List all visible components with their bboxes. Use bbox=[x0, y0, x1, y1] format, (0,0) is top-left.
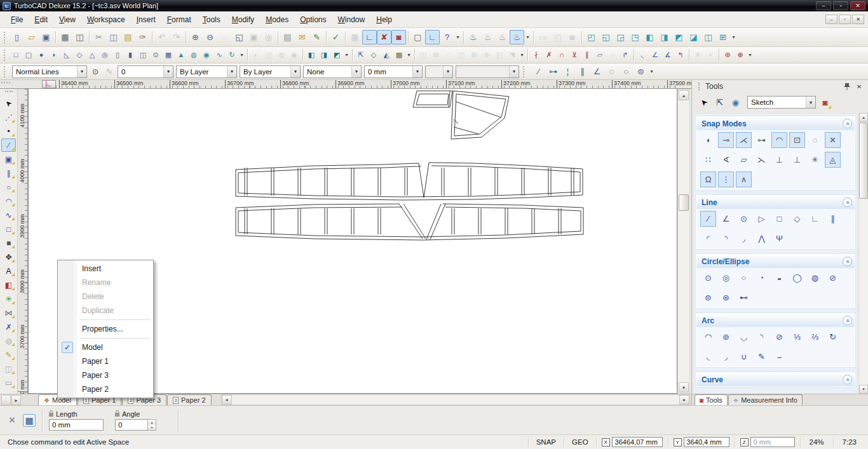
overflow-chevron[interactable]: ▾ bbox=[454, 30, 461, 44]
arc-double-point2-button[interactable]: ∪ bbox=[736, 349, 752, 365]
snap-toggle[interactable]: SNAP bbox=[534, 438, 559, 446]
line-tangent-to-arc-button[interactable]: ◜ bbox=[700, 231, 716, 246]
mesh-tool-button[interactable]: ▦ bbox=[162, 49, 175, 62]
vase-tool-button[interactable]: ▮ bbox=[124, 49, 137, 62]
print-preview-button[interactable]: ◫ bbox=[72, 30, 87, 44]
assemble-insert-button[interactable]: ⊕ bbox=[734, 49, 747, 62]
split-button[interactable]: ⊻ bbox=[568, 49, 581, 62]
tab-paper-2[interactable]: 3Paper 2 bbox=[167, 394, 212, 405]
view-front-button[interactable]: ◰ bbox=[584, 30, 599, 44]
copy-array-button[interactable]: ⊞ bbox=[430, 49, 442, 62]
circle-tangent-to-line-button[interactable]: ◒ bbox=[771, 270, 787, 286]
assemble-part-button[interactable]: ⊛ bbox=[721, 49, 734, 62]
redo-button[interactable]: ↷ bbox=[169, 30, 184, 44]
copy-radial-button[interactable]: ∴ bbox=[442, 49, 455, 62]
arc-double-point-button[interactable]: ◝ bbox=[754, 329, 770, 345]
rotated-ellipse-button[interactable]: ⊛ bbox=[718, 290, 734, 305]
overflow-chevron[interactable]: ▾ bbox=[405, 49, 412, 62]
maximize-button[interactable] bbox=[833, 1, 848, 10]
angle-stepper[interactable]: ▲▼ bbox=[147, 419, 156, 431]
collapse-chevron-icon[interactable] bbox=[843, 119, 852, 128]
boolean-add-button[interactable]: ◧ bbox=[305, 49, 318, 62]
view-iso-sw-button[interactable]: ⊞ bbox=[715, 30, 730, 44]
circle-center-point-button[interactable]: ⊙ bbox=[700, 270, 716, 286]
render-wireframe-button[interactable]: ♨ bbox=[466, 30, 480, 44]
construction-ellipse-button[interactable]: ⊜ bbox=[634, 64, 648, 79]
shrink-button[interactable]: ↱ bbox=[619, 49, 632, 62]
menu-insert[interactable]: Insert bbox=[59, 262, 152, 276]
cylinder-tool-button[interactable]: ▯ bbox=[111, 49, 124, 62]
chamfer-button[interactable]: ∠ bbox=[649, 49, 661, 62]
no-snap-button[interactable]: ◖ bbox=[700, 132, 716, 148]
view-top-button[interactable]: ◧ bbox=[642, 30, 657, 44]
facet-tool-4[interactable]: ◉ bbox=[288, 49, 301, 62]
menu-item[interactable]: Modify bbox=[226, 13, 260, 27]
toolbar-grip[interactable] bbox=[4, 50, 7, 61]
angular-trace-button[interactable]: ∧ bbox=[736, 171, 752, 187]
angle-input[interactable] bbox=[115, 419, 148, 431]
snap-perpendicular-to-button[interactable]: ⊥ bbox=[789, 152, 805, 168]
line-branch-button[interactable]: Ψ bbox=[771, 231, 787, 246]
chevron-down-icon[interactable] bbox=[412, 66, 422, 77]
mdi-restore-button[interactable]: ▫ bbox=[839, 15, 851, 24]
new-file-button[interactable]: ▯ bbox=[10, 30, 24, 44]
meet-two-lines-button[interactable]: ✗ bbox=[543, 49, 555, 62]
circle-double-point-button[interactable]: ○ bbox=[736, 270, 752, 286]
t-meet-button[interactable]: ∩ bbox=[555, 49, 568, 62]
offset-button[interactable]: ↰ bbox=[674, 49, 687, 62]
chevron-down-icon[interactable] bbox=[806, 97, 815, 108]
menu-item[interactable]: Edit bbox=[29, 13, 53, 27]
overflow-chevron[interactable]: ▾ bbox=[747, 49, 754, 62]
copy-mirror-button[interactable]: ◫ bbox=[455, 49, 468, 62]
arc-start-end-button[interactable]: ◡ bbox=[736, 329, 752, 345]
line-pattern-combo[interactable]: By Layer bbox=[240, 65, 301, 78]
copy-fit-button[interactable]: ⊞ bbox=[468, 49, 480, 62]
render-draft-button[interactable]: ♨ bbox=[495, 30, 510, 44]
line-width-combo[interactable]: 0 mm bbox=[364, 65, 423, 78]
collapse-chevron-icon[interactable] bbox=[843, 257, 852, 266]
construction-line-button[interactable]: ∕ bbox=[531, 64, 546, 79]
menu-item[interactable]: Help bbox=[370, 13, 398, 27]
line-center-point-button[interactable]: ⊙ bbox=[736, 211, 752, 227]
spelling-button[interactable]: ✓ bbox=[329, 30, 343, 44]
menu-paper-2[interactable]: Paper 2 bbox=[59, 382, 152, 396]
snap-apparent-intersection-button[interactable]: ◬ bbox=[825, 152, 841, 168]
scroll-left-icon[interactable]: ◂ bbox=[222, 395, 232, 405]
facet-tool-2[interactable]: ◫ bbox=[262, 49, 275, 62]
menu-item[interactable]: Insert bbox=[131, 13, 161, 27]
sphere-tool-button[interactable]: ● bbox=[35, 49, 48, 62]
help-book-button[interactable]: ? bbox=[440, 30, 454, 44]
scroll-down-icon[interactable]: ▾ bbox=[679, 382, 689, 392]
close-button[interactable] bbox=[850, 1, 865, 10]
length-input[interactable] bbox=[49, 419, 104, 431]
attach-tool[interactable]: ⋈ bbox=[1, 306, 16, 319]
ruler-origin-button[interactable]: ∟ bbox=[42, 80, 56, 88]
pin-icon[interactable] bbox=[842, 82, 852, 91]
circle-tool-grayed[interactable]: ○ bbox=[606, 49, 619, 62]
collapse-chevron-icon[interactable] bbox=[843, 375, 852, 384]
vertical-trace-button[interactable]: ⋮ bbox=[718, 171, 734, 187]
menu-duplicate[interactable]: Duplicate bbox=[59, 304, 152, 318]
rp-fill-tool[interactable]: ◙ bbox=[818, 96, 832, 109]
layer-visibility-icon[interactable]: ⊙ bbox=[90, 66, 101, 77]
ucs-button[interactable]: ∟ bbox=[425, 30, 440, 44]
construction-circle-button[interactable]: ◌ bbox=[604, 64, 619, 79]
view-iso-nw-button[interactable]: ◪ bbox=[686, 30, 701, 44]
overflow-chevron[interactable]: ▾ bbox=[238, 49, 245, 62]
marker-tool[interactable]: ✎ bbox=[1, 348, 16, 361]
lock-icon[interactable] bbox=[49, 413, 53, 417]
copy-button[interactable]: ◫ bbox=[106, 30, 121, 44]
toolbar-grip[interactable] bbox=[523, 66, 526, 77]
sketch-mode-combo[interactable]: Sketch bbox=[747, 96, 816, 109]
scroll-down-icon[interactable]: ▾ bbox=[859, 385, 868, 394]
luminance-button[interactable]: ◙ bbox=[565, 30, 580, 44]
rounded-box-tool-button[interactable]: ▢ bbox=[22, 49, 35, 62]
layer-edit-icon[interactable]: ✎ bbox=[104, 66, 115, 77]
minimize-button[interactable] bbox=[816, 1, 831, 10]
snap-vertex-button[interactable]: ⊸ bbox=[718, 132, 734, 148]
arc-tangent-from-arc-button[interactable]: ◟ bbox=[700, 349, 716, 365]
line-polygon-button[interactable]: ▷ bbox=[754, 211, 770, 227]
menu-paper-1[interactable]: Paper 1 bbox=[59, 354, 152, 368]
save-button[interactable]: ▣ bbox=[39, 30, 53, 44]
rp-world-tool[interactable]: ◉ bbox=[729, 96, 742, 109]
